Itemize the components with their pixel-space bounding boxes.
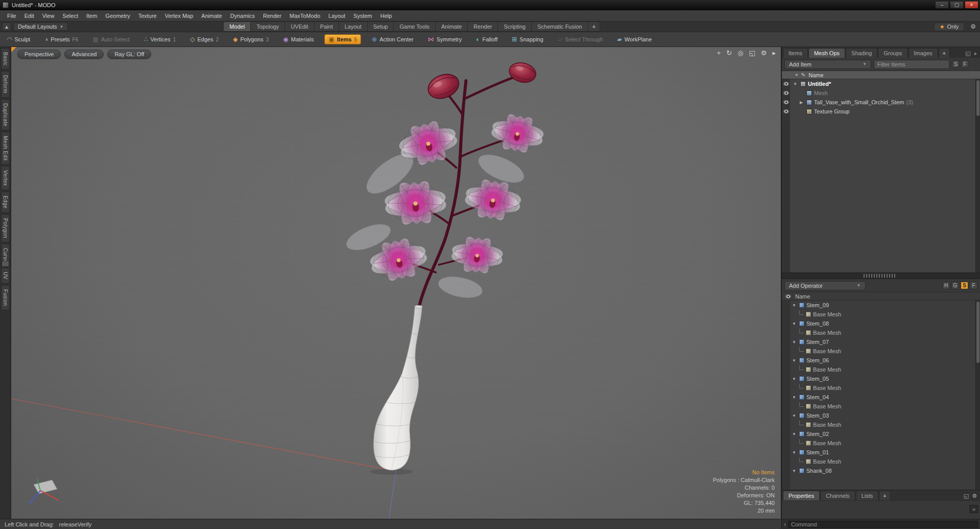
close-button[interactable]: × [965, 1, 978, 9]
mesh-op-child-base-mesh[interactable]: Base Mesh [782, 365, 980, 374]
settings-icon[interactable]: ⚙ [761, 49, 767, 57]
panel-tab-images[interactable]: Images [909, 48, 938, 58]
toolbar-auto-select-button[interactable]: ▦Auto Select [89, 35, 133, 44]
menu-help[interactable]: Help [376, 10, 396, 21]
layout-switcher-dropdown[interactable]: Default Layouts ▼ [13, 22, 68, 31]
rotate-icon[interactable]: ↻ [726, 49, 732, 57]
mesh-op-child-base-mesh[interactable]: Base Mesh [782, 420, 980, 429]
add-layout-tab-button[interactable]: + [588, 21, 600, 32]
layout-tab-model[interactable]: Model [223, 21, 251, 32]
mesh-op-child-base-mesh[interactable]: Base Mesh [782, 347, 980, 356]
menu-geometry[interactable]: Geometry [101, 10, 134, 21]
expander-icon[interactable]: ▼ [791, 358, 797, 363]
expander-icon[interactable]: ▼ [791, 395, 797, 400]
expander-icon[interactable]: ▼ [791, 303, 797, 308]
mesh-op-stem-07[interactable]: ▼Stem_07 [782, 337, 980, 347]
only-toggle-button[interactable]: ★ Only [934, 22, 965, 31]
toolbar-select-through-button[interactable]: ▱Select Through [554, 35, 607, 44]
left-tab-basic[interactable]: Basic [1, 48, 10, 70]
toolbar-presets-button[interactable]: ◑PresetsF6 [41, 35, 82, 44]
item-filter-s-button[interactable]: S [952, 60, 960, 68]
layout-tab-layout[interactable]: Layout [339, 21, 368, 32]
menu-texture[interactable]: Texture [134, 10, 161, 21]
expander-icon[interactable]: ▼ [791, 469, 797, 473]
maximize-icon[interactable]: ◱ [749, 49, 755, 57]
mesh-op-child-base-mesh[interactable]: Base Mesh [782, 457, 980, 466]
toolbar-items-button[interactable]: ▣Items5 [324, 34, 361, 44]
zoom-icon[interactable]: ◎ [737, 49, 743, 57]
item-filter-f-button[interactable]: F [961, 60, 969, 68]
command-input[interactable] [788, 521, 978, 528]
toolbar-falloff-button[interactable]: ◐Falloff [472, 35, 501, 44]
expander-icon[interactable]: ▼ [791, 450, 797, 455]
left-tab-vertex[interactable]: Vertex [1, 166, 10, 190]
left-tab-uv[interactable]: UV [1, 268, 10, 284]
bottom-tab-channels[interactable]: Channels [820, 491, 855, 500]
eye-icon[interactable] [783, 109, 789, 113]
item-row-tall-vase-with-small-orchid-stem[interactable]: ▶Tall_Vase_with_Small_Orchid_Stem(3) [782, 98, 980, 107]
layout-tab-setup[interactable]: Setup [368, 21, 394, 32]
filter-items-input[interactable] [874, 60, 949, 69]
panel-tab-groups[interactable]: Groups [878, 48, 907, 58]
item-row-texture-group[interactable]: Texture Group [782, 107, 980, 116]
mesh-op-child-base-mesh[interactable]: Base Mesh [782, 402, 980, 411]
expander-icon[interactable]: ▼ [791, 340, 797, 344]
layout-tab-animate[interactable]: Animate [436, 21, 468, 32]
expander-icon[interactable]: ▼ [791, 432, 797, 436]
toolbar-action-center-button[interactable]: ⊕Action Center [368, 35, 417, 44]
add-icon[interactable]: + [974, 51, 977, 57]
mesh-op-stem-09[interactable]: ▼Stem_09 [782, 301, 980, 310]
toolbar-sculpt-button[interactable]: ◠Sculpt [3, 35, 34, 44]
toolbar-materials-button[interactable]: ◉Materials [279, 35, 317, 44]
op-list-scrollbar[interactable] [975, 301, 980, 490]
pop-out-icon[interactable]: ◱ [965, 50, 970, 57]
edit-column-icon[interactable]: ✎ [801, 72, 805, 78]
op-h-button[interactable]: H [942, 282, 950, 289]
menu-render[interactable]: Render [259, 10, 285, 21]
mesh-op-child-base-mesh[interactable]: Base Mesh [782, 383, 980, 393]
viewport-perspective-button[interactable]: Perspective [17, 50, 61, 59]
eye-icon[interactable] [785, 294, 791, 298]
left-tab-duplicate[interactable]: Duplicate [1, 99, 10, 130]
toolbar-vertices-button[interactable]: ∴Vertices1 [140, 35, 179, 44]
minimize-button[interactable]: – [935, 1, 949, 9]
left-tab-polygon[interactable]: Polygon [1, 214, 10, 242]
expander-icon[interactable]: ▼ [791, 413, 797, 418]
eye-icon[interactable] [783, 91, 789, 95]
mesh-op-stem-04[interactable]: ▼Stem_04 [782, 393, 980, 402]
layout-tab-schematic-fusion[interactable]: Schematic Fusion [532, 21, 588, 32]
mesh-op-child-base-mesh[interactable]: Base Mesh [782, 328, 980, 337]
viewport-corner-widget[interactable] [11, 47, 16, 52]
layout-tab-game-tools[interactable]: Game Tools [394, 21, 436, 32]
menu-view[interactable]: View [38, 10, 59, 21]
pan-icon[interactable]: + [717, 49, 721, 57]
gear-icon[interactable]: ⚙ [968, 23, 978, 30]
menu-item[interactable]: Item [82, 10, 101, 21]
panel-tab-shading[interactable]: Shading [846, 48, 877, 58]
add-column-icon[interactable]: + [795, 72, 798, 78]
add-operator-button[interactable]: Add Operator ▼ [784, 281, 866, 290]
toolbar-edges-button[interactable]: ◇Edges2 [186, 35, 222, 44]
pop-out-icon[interactable]: ◱ [964, 493, 969, 499]
toolbar-workplane-button[interactable]: ▰WorkPlane [614, 35, 656, 44]
expander-icon[interactable]: ▼ [791, 377, 797, 381]
layout-tab-render[interactable]: Render [468, 21, 498, 32]
up-arrow-icon[interactable]: ▲ [2, 22, 11, 31]
mesh-op-shank-08[interactable]: ▼Shank_08 [782, 466, 980, 475]
op-s-button[interactable]: S [961, 282, 968, 289]
item-row-mesh[interactable]: Mesh [782, 88, 980, 98]
next-icon[interactable]: ▸ [772, 49, 776, 57]
item-tree-scrollbar[interactable] [975, 79, 980, 272]
layout-tab-paint[interactable]: Paint [315, 21, 339, 32]
maximize-button[interactable]: ▢ [950, 1, 964, 9]
add-panel-tab-button[interactable]: + [939, 48, 950, 58]
bottom-tab-lists[interactable]: Lists [856, 491, 879, 500]
mesh-op-stem-03[interactable]: ▼Stem_03 [782, 411, 980, 420]
viewport-3d-scene[interactable] [11, 47, 781, 519]
add-item-button[interactable]: Add Item ▼ [784, 60, 871, 69]
menu-vertex-map[interactable]: Vertex Map [161, 10, 198, 21]
mesh-op-stem-01[interactable]: ▼Stem_01 [782, 448, 980, 457]
op-f-button[interactable]: F [970, 282, 977, 289]
panel-divider[interactable] [782, 272, 980, 279]
gear-icon[interactable]: ⚙ [972, 493, 977, 499]
